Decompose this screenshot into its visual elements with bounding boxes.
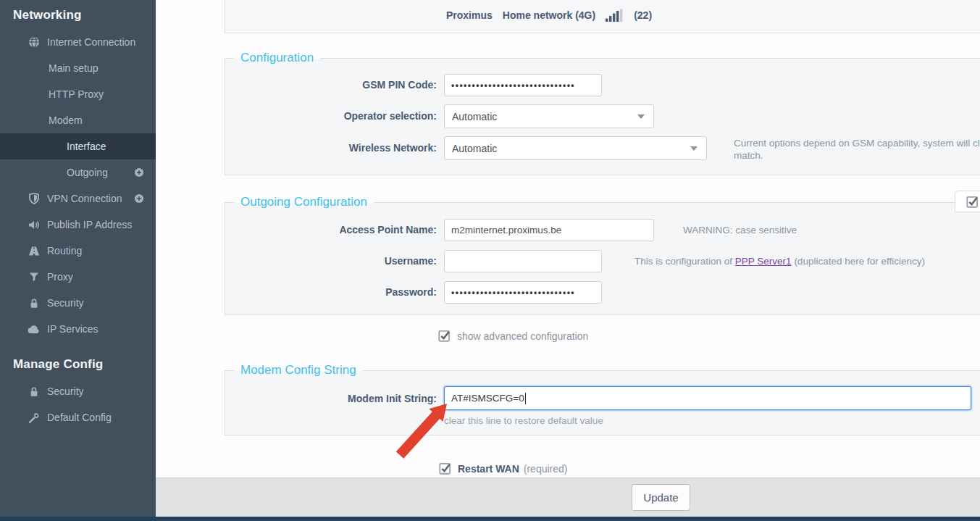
expand-plus-icon[interactable] [134, 193, 144, 204]
modem-config-string-legend: Modem Config String [225, 363, 980, 378]
legend-line [225, 58, 234, 59]
wireless-network-help: Current options depend on GSM capability… [734, 137, 980, 162]
sidebar-item-label: Routing [47, 245, 82, 257]
sidebar-item-http-proxy[interactable]: HTTP Proxy [0, 81, 156, 107]
gsm-pin-masked-value: •••••••••••••••••••••••••••••• [451, 80, 575, 91]
legend-line [363, 370, 980, 371]
sidebar-item-main-setup[interactable]: Main setup [0, 55, 156, 81]
sidebar-item-publish-ip-address[interactable]: Publish IP Address [0, 212, 156, 238]
modem-init-string-value: AT#ISMSCFG=0 [451, 393, 524, 404]
configuration-legend: Configuration [225, 51, 980, 65]
update-button[interactable]: Update [632, 484, 690, 511]
cloud-icon [28, 325, 40, 334]
status-panel: Proximus Home network (4G) (22) [225, 0, 980, 33]
sidebar-section-networking: Networking [0, 0, 156, 29]
sidebar-item-label: VPN Connection [47, 193, 122, 204]
password-masked-value: •••••••••••••••••••••••••••••• [451, 288, 575, 298]
gsm-pin-label: GSM PIN Code: [225, 74, 437, 96]
legend-title: Configuration [234, 51, 320, 65]
ppp-server1-link[interactable]: PPP Server1 [735, 256, 792, 267]
restart-wan-row: Restart WAN (required) [439, 462, 568, 475]
sidebar-item-proxy[interactable]: Proxy [0, 264, 156, 290]
legend-title: Modem Config String [234, 363, 363, 378]
show-advanced-checkbox[interactable] [438, 330, 451, 342]
help-line-1: Current options depend on GSM capability… [734, 137, 980, 149]
legend-title: Outgoing Configuration [234, 195, 374, 209]
legend-line [374, 202, 980, 203]
operator-selection-value: Automatic [452, 111, 497, 122]
legend-line [225, 202, 234, 203]
chevron-down-icon [690, 146, 698, 151]
gsm-pin-input[interactable]: •••••••••••••••••••••••••••••• [444, 74, 602, 96]
globe-icon [28, 36, 40, 48]
sidebar-item-ip-services[interactable]: IP Services [0, 316, 156, 342]
sidebar-item-vpn-connection[interactable]: VPN Connection [0, 186, 156, 212]
restart-wan-checkbox[interactable] [439, 462, 451, 475]
legend-line [320, 58, 980, 59]
bottom-navy-strip [0, 517, 980, 521]
signal-value: (22) [634, 9, 652, 21]
outgoing-configuration-legend: Outgoing Configuration [225, 195, 980, 209]
show-advanced-row: show advanced configuration [438, 330, 588, 342]
sidebar-item-label: Default Config [47, 412, 112, 423]
access-point-name-label: Access Point Name: [225, 219, 437, 241]
operator-selection-label: Operator selection: [225, 104, 437, 128]
expand-plus-icon[interactable] [134, 167, 144, 178]
password-label: Password: [225, 281, 437, 304]
help-line-2: match. [734, 149, 980, 162]
sidebar-item-interface[interactable]: Interface [0, 133, 156, 159]
modem-init-string-input[interactable]: AT#ISMSCFG=0 [444, 386, 971, 410]
enable-checkbox[interactable] [966, 196, 979, 208]
lock-icon [28, 298, 40, 309]
modem-interface-page: Networking Internet Connection Main setu… [0, 0, 980, 521]
restart-wan-label: Restart WAN [458, 463, 519, 475]
wireless-network-label: Wireless Network: [225, 136, 437, 160]
sidebar-item-outgoing[interactable]: Outgoing [0, 159, 156, 186]
sidebar-item-label: Interface [67, 141, 106, 152]
network-name: Home network (4G) [503, 9, 595, 21]
sidebar-item-manage-security[interactable]: Security [0, 378, 156, 404]
modem-init-string-label: Modem Init String: [225, 387, 437, 410]
sidebar-item-internet-connection[interactable]: Internet Connection [0, 29, 156, 55]
action-bar: Update [156, 478, 980, 517]
sidebar: Networking Internet Connection Main setu… [0, 0, 156, 517]
sidebar-item-label: Proxy [47, 271, 73, 283]
network-status-row: Proximus Home network (4G) (22) [446, 0, 652, 32]
password-input[interactable]: •••••••••••••••••••••••••••••• [444, 281, 602, 304]
ppp-note: This is configuration of PPP Server1 (du… [635, 250, 925, 272]
sidebar-item-modem[interactable]: Modem [0, 107, 156, 133]
wrench-icon [28, 412, 40, 423]
username-label: Username: [225, 250, 437, 272]
modem-config-string-fieldset: Modem Config String Modem Init String: A… [225, 371, 980, 435]
signal-bars-icon [606, 9, 624, 22]
filter-icon [28, 272, 40, 282]
shield-icon [28, 193, 40, 204]
sidebar-item-label: Internet Connection [47, 36, 135, 48]
apn-warning-text: WARNING: case sensitive [683, 219, 797, 241]
username-input[interactable] [444, 250, 602, 272]
sidebar-item-security[interactable]: Security [0, 290, 156, 316]
text-caret [525, 393, 526, 404]
sidebar-item-label: IP Services [47, 323, 99, 335]
chevron-down-icon [637, 114, 645, 119]
sidebar-item-label: HTTP Proxy [49, 88, 104, 100]
wireless-network-value: Automatic [452, 143, 497, 154]
ppp-note-suffix: (duplicated here for efficiency) [792, 256, 925, 267]
access-point-name-value: m2minternet.proximus.be [451, 225, 561, 236]
ppp-note-prefix: This is configuration of [635, 256, 735, 267]
road-icon [28, 246, 40, 257]
sidebar-item-label: Publish IP Address [47, 219, 132, 230]
access-point-name-input[interactable]: m2minternet.proximus.be [444, 219, 654, 241]
enable-checkbox-panel: E [955, 191, 980, 212]
sidebar-item-label: Outgoing [67, 167, 108, 178]
sidebar-section-manage-config: Manage Config [0, 342, 156, 378]
sidebar-item-default-config[interactable]: Default Config [0, 404, 156, 430]
speaker-icon [28, 220, 40, 230]
restart-wan-required: (required) [524, 463, 568, 475]
sidebar-item-label: Main setup [49, 62, 98, 74]
outgoing-configuration-fieldset: Outgoing Configuration E Access Point Na… [225, 203, 980, 315]
sidebar-item-routing[interactable]: Routing [0, 238, 156, 264]
sidebar-item-label: Security [47, 385, 84, 397]
wireless-network-select[interactable]: Automatic [444, 136, 707, 160]
operator-selection-select[interactable]: Automatic [444, 104, 654, 128]
